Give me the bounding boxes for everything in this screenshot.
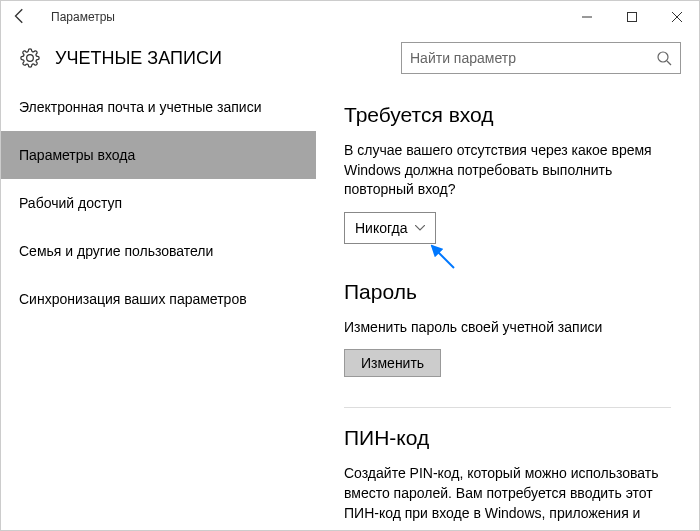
back-button[interactable] [6, 2, 34, 30]
maximize-icon [627, 12, 637, 22]
svg-point-4 [658, 52, 668, 62]
chevron-down-icon [415, 225, 425, 231]
maximize-button[interactable] [609, 1, 654, 33]
search-box[interactable] [401, 42, 681, 74]
dropdown-value: Никогда [355, 220, 407, 236]
sidebar-item-label: Синхронизация ваших параметров [19, 291, 247, 307]
divider [344, 407, 671, 408]
close-button[interactable] [654, 1, 699, 33]
minimize-button[interactable] [564, 1, 609, 33]
minimize-icon [582, 12, 592, 22]
section-title-pin: ПИН-код [344, 426, 671, 450]
sidebar-item-work-access[interactable]: Рабочий доступ [1, 179, 316, 227]
titlebar: Параметры [1, 1, 699, 33]
section-title-password: Пароль [344, 280, 671, 304]
section-title-signin: Требуется вход [344, 103, 671, 127]
sidebar-item-label: Рабочий доступ [19, 195, 122, 211]
header: УЧЕТНЫЕ ЗАПИСИ [1, 33, 699, 83]
password-description: Изменить пароль своей учетной записи [344, 318, 671, 338]
close-icon [672, 12, 682, 22]
sidebar-item-label: Электронная почта и учетные записи [19, 99, 261, 115]
arrow-left-icon [11, 7, 29, 25]
sidebar-item-label: Параметры входа [19, 147, 135, 163]
require-signin-dropdown[interactable]: Никогда [344, 212, 436, 244]
sidebar-item-family-users[interactable]: Семья и другие пользователи [1, 227, 316, 275]
sidebar-item-email-accounts[interactable]: Электронная почта и учетные записи [1, 83, 316, 131]
sidebar: Электронная почта и учетные записи Парам… [1, 83, 316, 531]
signin-description: В случае вашего отсутствия через какое в… [344, 141, 671, 200]
gear-icon [19, 47, 41, 69]
svg-line-6 [432, 246, 454, 268]
sidebar-item-label: Семья и другие пользователи [19, 243, 213, 259]
search-input[interactable] [410, 50, 656, 66]
change-password-button[interactable]: Изменить [344, 349, 441, 377]
page-title: УЧЕТНЫЕ ЗАПИСИ [55, 48, 401, 69]
pin-description: Создайте PIN-код, который можно использо… [344, 464, 671, 523]
svg-rect-1 [627, 13, 636, 22]
sidebar-item-signin-options[interactable]: Параметры входа [1, 131, 316, 179]
search-icon [656, 50, 672, 66]
svg-line-5 [667, 61, 671, 65]
window-title: Параметры [11, 10, 564, 24]
annotation-arrow-icon [426, 240, 466, 280]
sidebar-item-sync-settings[interactable]: Синхронизация ваших параметров [1, 275, 316, 323]
content-pane: Требуется вход В случае вашего отсутстви… [316, 83, 699, 531]
